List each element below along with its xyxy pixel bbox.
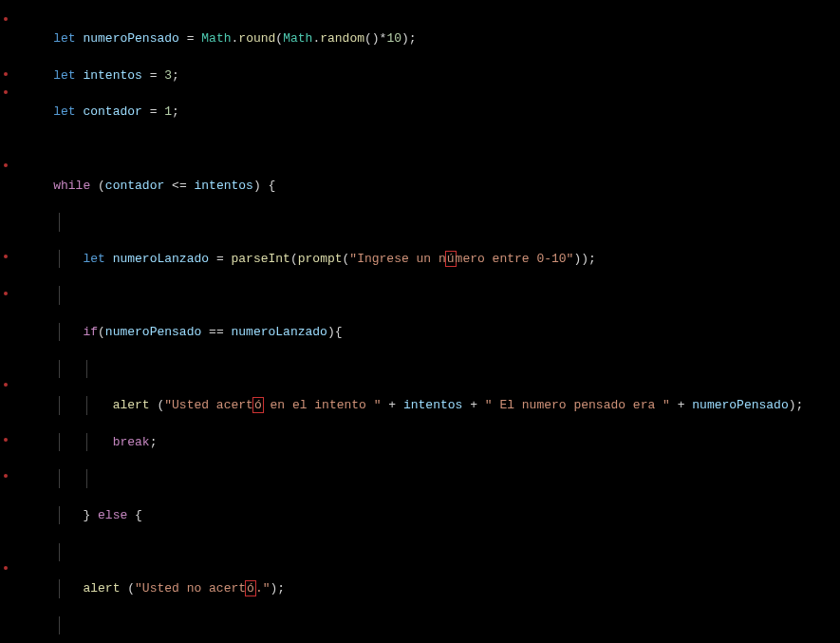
code-line: break; (24, 433, 840, 451)
code-line: if(numeroPensado == numeroLanzado){ (24, 323, 840, 341)
code-line: alert ("Usted acertó en el intento " + i… (24, 396, 840, 414)
code-line (24, 286, 840, 304)
code-line: alert ("Usted no acertó."); (24, 579, 840, 597)
code-editor[interactable]: let numeroPensado = Math.round(Math.rand… (0, 0, 840, 643)
code-line (24, 360, 840, 378)
code-line: let numeroLanzado = parseInt(prompt("Ing… (24, 250, 840, 268)
code-line: while (contador <= intentos) { (24, 177, 840, 195)
code-line (24, 140, 840, 158)
code-line: } else { (24, 506, 840, 524)
code-line: let intentos = 3; (24, 66, 840, 85)
code-line (24, 213, 840, 231)
code-line (24, 543, 840, 561)
code-line (24, 469, 840, 487)
code-line: let contador = 1; (24, 103, 840, 121)
code-line (24, 616, 840, 634)
code-line: let numeroPensado = Math.round(Math.rand… (24, 29, 840, 47)
